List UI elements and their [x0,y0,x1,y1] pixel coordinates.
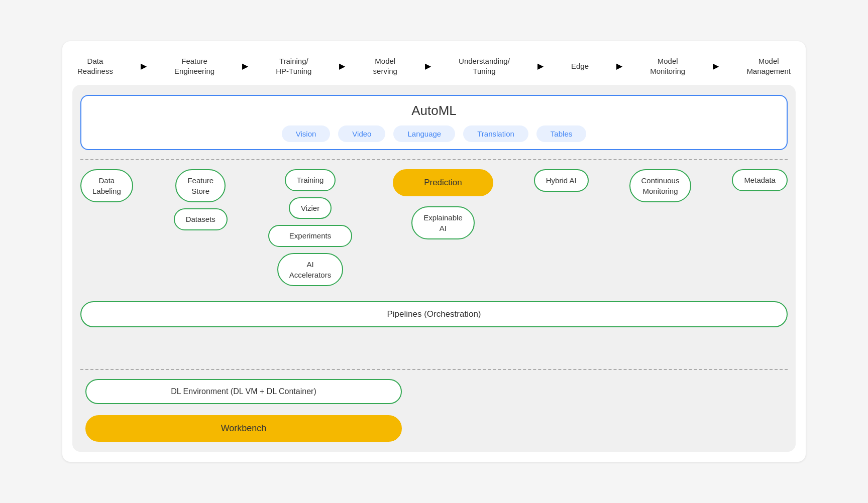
diagram-wrapper: Data Readiness ▶ Feature Engineering ▶ T… [62,41,806,462]
col-data-labeling: DataLabeling [80,169,133,202]
main-content: AutoML Vision Video Language Translation… [72,85,796,452]
arrow-2: ▶ [242,61,248,71]
step-model-monitoring: Model Monitoring [650,56,685,76]
pipelines-row: Pipelines (Orchestration) [80,301,788,327]
chip-language[interactable]: Language [393,125,455,142]
automl-chips: Vision Video Language Translation Tables [91,125,777,142]
col-continuous-monitoring: ContinuousMonitoring [629,169,692,202]
node-vizier[interactable]: Vizier [289,197,332,219]
node-datasets[interactable]: Datasets [174,208,228,230]
step-understanding: Understanding/ Tuning [459,56,510,76]
chip-translation[interactable]: Translation [463,125,528,142]
node-hybrid-ai[interactable]: Hybrid AI [534,169,589,192]
bottom-section: DL Environment (DL VM + DL Container) Wo… [80,379,788,442]
middle-section: DataLabeling FeatureStore Datasets Train… [80,169,788,360]
step-model-serving: Model serving [373,56,397,76]
step-edge: Edge [571,61,589,71]
arrow-7: ▶ [713,61,719,71]
col-hybrid-ai: Hybrid AI [534,169,589,192]
step-training: Training/ HP-Tuning [276,56,311,76]
pipeline-header: Data Readiness ▶ Feature Engineering ▶ T… [72,56,796,76]
step-model-management: Model Management [746,56,791,76]
chip-video[interactable]: Video [338,125,385,142]
main-nodes-row: DataLabeling FeatureStore Datasets Train… [80,169,788,286]
node-dl-environment[interactable]: DL Environment (DL VM + DL Container) [85,379,402,404]
arrow-3: ▶ [339,61,345,71]
col-prediction: Prediction ExplainableAI [393,169,493,239]
arrow-4: ▶ [425,61,431,71]
node-ai-accelerators[interactable]: AIAccelerators [277,253,343,286]
step-feature-engineering: Feature Engineering [174,56,214,76]
automl-section: AutoML Vision Video Language Translation… [80,95,788,150]
node-training[interactable]: Training [285,169,336,191]
col-training: Training Vizier Experiments AIAccelerato… [268,169,352,286]
step-data-readiness: Data Readiness [77,56,113,76]
node-data-labeling[interactable]: DataLabeling [80,169,133,202]
chip-vision[interactable]: Vision [282,125,331,142]
automl-title: AutoML [91,103,777,118]
node-feature-store[interactable]: FeatureStore [175,169,226,202]
node-explainable-ai[interactable]: ExplainableAI [411,206,475,239]
col-feature-store: FeatureStore Datasets [174,169,228,230]
node-metadata[interactable]: Metadata [732,169,788,191]
dashed-divider-2 [80,369,788,370]
node-experiments[interactable]: Experiments [268,225,352,247]
arrow-5: ▶ [537,61,544,71]
dashed-divider-1 [80,159,788,160]
node-prediction[interactable]: Prediction [393,169,493,196]
node-pipelines[interactable]: Pipelines (Orchestration) [80,301,788,327]
arrow-1: ▶ [141,61,147,71]
chip-tables[interactable]: Tables [536,125,586,142]
col-metadata: Metadata [732,169,788,191]
node-workbench[interactable]: Workbench [85,415,402,442]
arrow-6: ▶ [616,61,622,71]
node-continuous-monitoring[interactable]: ContinuousMonitoring [629,169,692,202]
